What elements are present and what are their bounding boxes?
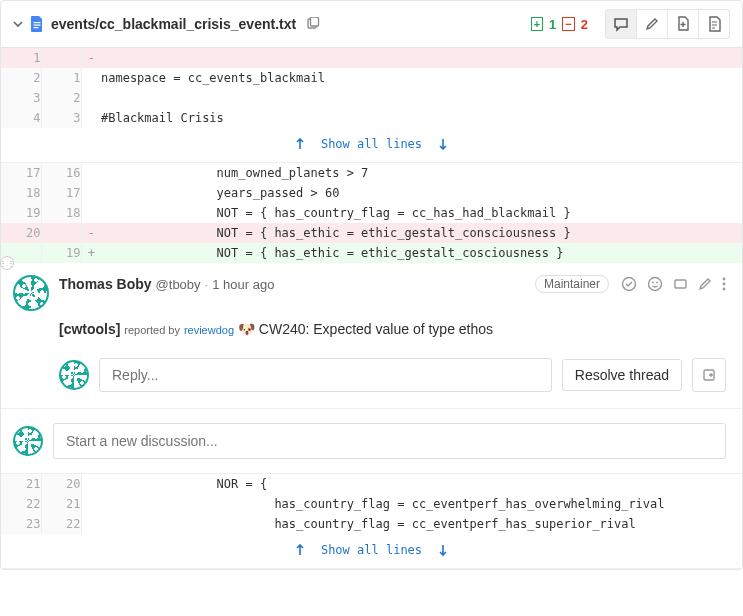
drag-handle-icon[interactable]: ⋮⋮ [0,256,14,270]
svg-rect-1 [34,25,41,26]
code-content: num_owned_planets > 7 [101,163,742,184]
diff-line[interactable]: 43#Blackmail Crisis [1,108,742,128]
edit-file-icon[interactable] [636,9,668,39]
diff-sign [81,183,101,203]
diff-stats: + 1 − 2 [531,17,588,32]
expand-row: Show all lines [1,534,742,569]
old-line-number[interactable]: 23 [1,514,41,534]
diff-sign [81,494,101,514]
new-line-number[interactable]: 3 [41,108,81,128]
diff-sign: - [81,48,101,68]
diff-line[interactable]: 32 [1,88,742,108]
author-handle[interactable]: @tboby [156,277,201,292]
new-line-number[interactable] [41,223,81,243]
reply-icon[interactable] [673,277,688,292]
code-content: NOT = { has_country_flag = cc_has_had_bl… [101,203,742,223]
edit-comment-icon[interactable] [698,277,712,291]
added-badge: + [531,17,543,31]
diff-line[interactable]: 20- NOT = { has_ethic = ethic_gestalt_co… [1,223,742,243]
copy-path-icon[interactable] [306,17,320,31]
code-content: has_country_flag = cc_eventperf_has_supe… [101,514,742,534]
code-content: namespace = cc_events_blackmail [101,68,742,88]
diff-line[interactable]: 1716 num_owned_planets > 7 [1,163,742,184]
new-line-number[interactable]: 16 [41,163,81,184]
code-content: years_passed > 60 [101,183,742,203]
new-discussion-input[interactable] [53,423,726,459]
new-line-number[interactable]: 18 [41,203,81,223]
svg-rect-4 [311,17,319,26]
file-actions [606,9,730,39]
diff-line[interactable]: 1- [1,48,742,68]
new-line-number[interactable] [41,48,81,68]
old-line-number[interactable]: 19 [1,203,41,223]
code-content: NOT = { has_ethic = ethic_gestalt_consci… [101,223,742,243]
expand-label: Show all lines [321,540,422,560]
body-message: CW240: Expected value of type ethos [259,321,493,337]
new-line-number[interactable]: 2 [41,88,81,108]
old-line-number[interactable]: 20 [1,223,41,243]
more-actions-icon[interactable] [722,276,726,292]
new-line-number[interactable]: 19 [41,243,81,263]
file-icon [29,15,45,33]
svg-rect-2 [34,27,39,28]
diff-line[interactable]: 21namespace = cc_events_blackmail [1,68,742,88]
reply-input[interactable] [99,358,552,392]
show-all-lines-link[interactable]: Show all lines [295,134,448,154]
old-line-number[interactable]: 21 [1,474,41,494]
separator: · [205,277,209,292]
comments-toggle-icon[interactable] [605,9,637,39]
svg-point-12 [723,288,726,291]
avatar[interactable] [59,360,89,390]
code-content: NOT = { has_ethic = ethic_gestalt_coscio… [101,243,742,263]
old-line-number[interactable]: 4 [1,108,41,128]
comment-time[interactable]: 1 hour ago [212,277,274,292]
old-line-number[interactable]: 22 [1,494,41,514]
diff-line[interactable]: 2120 NOR = { [1,474,742,494]
collapse-chevron-icon[interactable] [13,19,23,29]
diff-sign [81,88,101,108]
old-line-number[interactable]: 2 [1,68,41,88]
diff-sign [81,108,101,128]
diff-line[interactable]: 19+ NOT = { has_ethic = ethic_gestalt_co… [1,243,742,263]
new-file-icon[interactable] [667,9,699,39]
diff-line[interactable]: 2221 has_country_flag = cc_eventperf_has… [1,494,742,514]
old-line-number[interactable]: 18 [1,183,41,203]
diff-line[interactable]: 1918 NOT = { has_country_flag = cc_has_h… [1,203,742,223]
code-content [101,48,742,68]
removed-badge: − [562,17,574,31]
old-line-number[interactable]: 1 [1,48,41,68]
resolve-check-icon[interactable] [621,276,637,292]
code-content: #Blackmail Crisis [101,108,742,128]
thread-options-icon[interactable] [692,358,726,392]
dog-emoji-icon: 🐶 [238,321,255,337]
new-line-number[interactable]: 1 [41,68,81,88]
diff-sign [81,203,101,223]
reviewdog-link[interactable]: reviewdog [184,324,234,336]
discussion-thread: Thomas Boby @tboby · 1 hour ago Maintain… [1,263,742,409]
svg-point-6 [649,278,662,291]
new-line-number[interactable]: 20 [41,474,81,494]
svg-point-8 [656,282,658,284]
view-file-icon[interactable] [698,9,730,39]
code-content: has_country_flag = cc_eventperf_has_over… [101,494,742,514]
resolve-thread-button[interactable]: Resolve thread [562,359,682,391]
new-line-number[interactable]: 21 [41,494,81,514]
author-name[interactable]: Thomas Boby [59,276,152,292]
diff-file-container: events/cc_blackmail_crisis_event.txt + 1… [0,0,743,570]
diff-sign [81,474,101,494]
file-header: events/cc_blackmail_crisis_event.txt + 1… [1,1,742,48]
old-line-number[interactable]: 3 [1,88,41,108]
emoji-icon[interactable] [647,276,663,292]
avatar[interactable] [13,275,49,311]
diff-line[interactable]: 1817 years_passed > 60 [1,183,742,203]
old-line-number[interactable]: 17 [1,163,41,184]
diff-line[interactable]: 2322 has_country_flag = cc_eventperf_has… [1,514,742,534]
avatar[interactable] [13,426,43,456]
file-path[interactable]: events/cc_blackmail_crisis_event.txt [51,16,296,32]
svg-point-10 [723,278,726,281]
expand-down-icon [438,544,448,556]
new-line-number[interactable]: 22 [41,514,81,534]
new-line-number[interactable]: 17 [41,183,81,203]
show-all-lines-link[interactable]: Show all lines [295,540,448,560]
expand-down-icon [438,138,448,150]
